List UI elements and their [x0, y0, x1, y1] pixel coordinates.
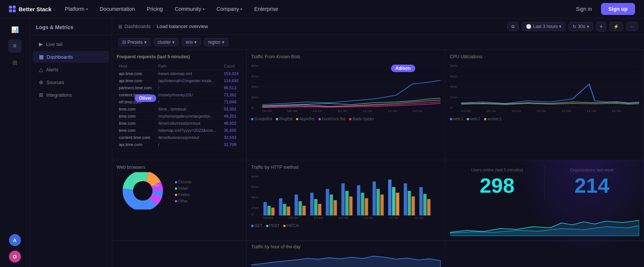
cpu-chart: 800 600 400 200 0 09:00: [450, 62, 640, 115]
copy-button[interactable]: ⧉: [507, 22, 519, 31]
path-cell: /api/internal/v2/ingester-muta...: [156, 77, 222, 84]
nav-alerts[interactable]: △ Alerts: [33, 63, 109, 75]
signup-button[interactable]: Sign up: [601, 3, 635, 15]
chevron-down-icon: ▾: [222, 40, 224, 45]
bots-chart: 800 600 400 200 0: [251, 62, 441, 115]
users-online-value: 298: [453, 175, 542, 196]
presets-filter[interactable]: ⊟ Presets ▾: [118, 38, 151, 46]
nav-sources[interactable]: ⊕ Sources: [33, 76, 109, 88]
region-filter[interactable]: region ▾: [204, 38, 228, 46]
nav-enterprise[interactable]: Enterprise: [250, 4, 283, 14]
nav-company[interactable]: Company ▾: [212, 4, 247, 14]
svg-rect-55: [326, 189, 329, 215]
legend-item: Firefox: [175, 193, 192, 197]
svg-rect-60: [349, 196, 352, 215]
orgs-label: Organizations last week: [548, 168, 636, 172]
refresh-icon: ↻: [573, 24, 576, 29]
svg-rect-53: [314, 199, 317, 215]
host-cell: time.com: [117, 106, 156, 113]
legend-item: BingBot: [276, 117, 292, 121]
sidebar-menu-icon[interactable]: ≡: [8, 39, 22, 53]
nav-dashboards-label: Dashboards: [47, 54, 73, 60]
avatar-user2[interactable]: O: [9, 251, 21, 263]
svg-text:800: 800: [251, 64, 259, 68]
svg-rect-44: [267, 206, 271, 215]
signin-link[interactable]: Sign in: [570, 4, 598, 14]
path-cell: /: [156, 99, 222, 106]
avatar-user1[interactable]: A: [9, 234, 21, 246]
more-button[interactable]: ···: [626, 22, 638, 31]
filter-icon: ⊟: [122, 40, 126, 45]
sidebar-grid-icon[interactable]: ⊞: [8, 56, 22, 69]
svg-text:11:00: 11:00: [561, 110, 571, 113]
web-browsers-panel: Web browsers 13.0% 7.8% ChromeSafariFire…: [112, 160, 247, 241]
navbar: Better Stack Platform ▾ Documentation Pr…: [0, 0, 644, 18]
svg-rect-75: [427, 199, 431, 215]
host-cell: api.time.com: [117, 141, 156, 148]
svg-text:0: 0: [450, 106, 453, 109]
cluster-filter[interactable]: cluster ▾: [154, 38, 179, 46]
count-cell: 53,592: [222, 106, 242, 113]
content-area: ▦ Dashboards › Load balancer overview ⧉ …: [112, 18, 644, 267]
table-row: time.com /time/columnist/printout 48,602: [117, 120, 242, 127]
table-row: api.time.com / 31,799: [117, 141, 242, 148]
svg-text:11:30: 11:30: [586, 110, 596, 113]
svg-text:200: 200: [251, 206, 259, 209]
svg-text:12:00: 12:00: [414, 217, 423, 220]
time-range-selector[interactable]: 🕐 Last 3 hours ▾: [522, 22, 566, 31]
http-chart: 800 600 400 200 0: [251, 172, 441, 222]
integrations-icon: ⊞: [39, 92, 43, 98]
svg-text:09:30: 09:30: [287, 110, 297, 113]
logo[interactable]: Better Stack: [9, 6, 52, 12]
legend-item: Baidu Spider: [349, 117, 374, 121]
nav-documentation[interactable]: Documentation: [95, 4, 139, 14]
nav-community[interactable]: Community ▾: [170, 4, 209, 14]
svg-text:10:00: 10:00: [511, 110, 521, 113]
host-cell: time.com: [117, 120, 156, 127]
svg-rect-58: [341, 183, 345, 215]
chevron-down-icon: ▾: [559, 24, 561, 29]
svg-text:800: 800: [450, 64, 457, 68]
svg-rect-65: [376, 189, 380, 215]
http-method-panel: Traffic by HTTP method 800 600 400 200 0: [247, 160, 446, 241]
path-cell: /time/business/printout: [156, 134, 222, 141]
add-panel-button[interactable]: +: [596, 22, 606, 31]
refresh-selector[interactable]: ↻ 30s ▾: [568, 22, 593, 31]
legend-item: GoogleBot: [251, 117, 272, 121]
breadcrumb-parent[interactable]: Dashboards: [124, 24, 151, 29]
cluster-label: cluster: [158, 40, 171, 45]
chevron-down-icon: ▾: [172, 40, 175, 45]
legend-item: PATCH: [283, 224, 299, 228]
count-cell: 153,324: [222, 70, 242, 77]
host-cell: time.com: [117, 127, 156, 134]
count-cell: 96,513: [222, 84, 242, 91]
col-count: Count: [222, 62, 242, 70]
nav-alerts-label: Alerts: [46, 67, 58, 72]
count-cell: 48,602: [222, 120, 242, 127]
chevron-down-icon: ▾: [203, 7, 204, 11]
svg-rect-61: [357, 185, 360, 215]
breadcrumb: ▦ Dashboards › Load balancer overview: [118, 24, 208, 29]
svg-text:11:00: 11:00: [363, 110, 372, 113]
nav-integrations[interactable]: ⊞ Integrations: [33, 89, 109, 101]
nav-dashboards[interactable]: ▦ Dashboards: [33, 51, 109, 63]
breadcrumb-current: Load balancer overview: [157, 24, 208, 29]
count-cell: 31,799: [222, 141, 242, 148]
nav-live-tail[interactable]: ▶ Live tail: [33, 38, 109, 50]
svg-rect-62: [361, 193, 364, 215]
dashboard-icon: ▦: [39, 54, 44, 60]
host-cell: api.time.com: [117, 70, 156, 77]
play-icon: ▶: [39, 41, 43, 47]
svg-rect-64: [373, 181, 376, 215]
nav-pricing[interactable]: Pricing: [142, 4, 167, 14]
chart-title: Traffic From Known Bots: [251, 54, 441, 59]
time-range-label: Last 3 hours: [533, 24, 558, 29]
chevron-down-icon: ▾: [194, 40, 197, 45]
svg-rect-70: [404, 183, 407, 215]
bolt-button[interactable]: ⚡: [609, 22, 623, 31]
nav-platform[interactable]: Platform ▾: [61, 4, 92, 14]
sidebar-chart-icon[interactable]: 📊: [8, 23, 22, 36]
svg-rect-74: [423, 194, 426, 215]
env-filter[interactable]: env ▾: [182, 38, 201, 46]
svg-rect-71: [408, 191, 411, 215]
